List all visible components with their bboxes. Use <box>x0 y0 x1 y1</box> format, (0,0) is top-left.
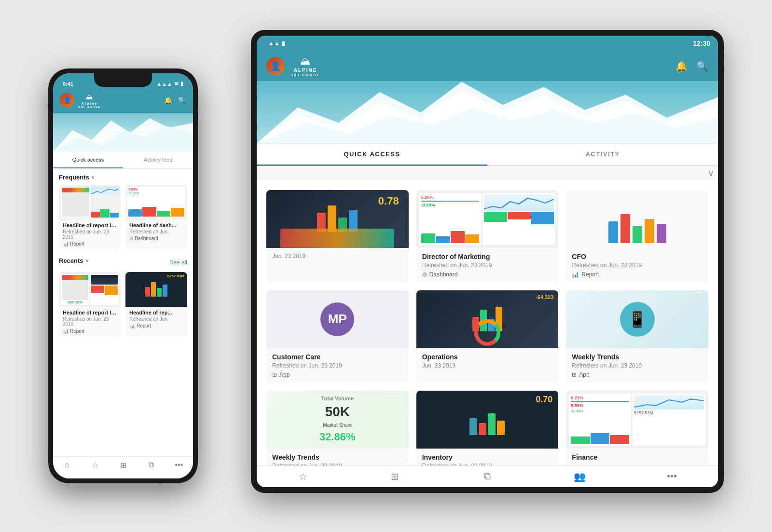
table-row[interactable]: 📱 Weekly Trends Refreshed on Jun. 23 201… <box>566 290 708 383</box>
phone-notification-icon[interactable]: 🔔 <box>164 96 172 104</box>
tablet-nav-users[interactable]: 👥 <box>534 471 626 482</box>
tablet-nav-dashboards[interactable]: ⊞ <box>349 471 441 482</box>
phone-card-thumbnail: 5.85% -0.99% <box>125 185 187 219</box>
app-icon: ⊞ <box>272 371 277 378</box>
report-icon: 📊 <box>129 323 135 328</box>
list-item[interactable]: 5.85% -0.99% <box>125 185 187 249</box>
phone-card-info: Headline of report long ano... Refreshed… <box>59 307 121 337</box>
recents-label: Recents <box>59 257 83 264</box>
card-type-label: App <box>279 371 290 378</box>
card-thumbnail: 📱 <box>566 290 708 348</box>
phone-time: 9:41 <box>63 81 73 87</box>
tablet-mountain-svg <box>257 81 718 144</box>
stat-pct: 32.86% <box>319 431 356 443</box>
card-date: Refreshed on Jun. 23 2019 <box>572 362 703 369</box>
tablet-content: 0.78 Jun. 23 2019 <box>257 180 718 465</box>
phone-logo-name: Alpine <box>82 101 97 106</box>
phone-card-date: Refreshed on Jun. <box>129 316 183 322</box>
phone-card-date: Refreshed on Jun. <box>129 229 183 234</box>
phone-card-type: 📊 Report <box>63 328 117 334</box>
phone-signal-icon: ▲▲▲ <box>156 81 172 87</box>
phone-search-icon[interactable]: 🔍 <box>178 96 186 104</box>
phone-card-type: 📊 Report <box>63 241 117 246</box>
tablet-nav-more[interactable]: ••• <box>626 471 718 482</box>
table-row[interactable]: MP Customer Care Refreshed on Jun. 23 20… <box>266 290 409 383</box>
tablet-tabs: QUICK ACCESS ACTIVITY <box>257 144 718 166</box>
table-row[interactable]: 5.85% -0.99% <box>416 190 559 283</box>
card-info: CFO Refreshed on Jun. 23 2019 📊 Report <box>566 248 708 283</box>
card-date: Refreshed on Jun. 23 2019 <box>272 362 403 369</box>
tablet-logo-sub: SKI HOUSE <box>290 73 320 77</box>
phone-header-right: 🔔 🔍 <box>164 96 186 104</box>
phone-device: 9:41 ▲▲▲ ≋ ▮ 👤 ⛰ Alpine SKI HOUSE <box>48 68 198 483</box>
phone-icon: 📱 <box>620 302 655 337</box>
phone-card-title: Headline of dash... <box>129 222 183 228</box>
phone-nav-dashboards[interactable]: ⊞ <box>109 461 137 470</box>
card-thumbnail: 0.78 <box>266 190 409 248</box>
phone-recents-title: Recents ∨ <box>59 257 89 264</box>
phone-see-all-link[interactable]: See all <box>169 259 187 266</box>
card-info: Inventory Refreshed on Jun. 23 2019 📊 Re… <box>416 449 559 465</box>
report-icon: 📊 <box>63 241 69 246</box>
phone-tabs: Quick access Activity feed <box>53 152 193 169</box>
card-info: Operations Jun. 23 2019 <box>416 348 559 376</box>
tablet-nav-favorites[interactable]: ☆ <box>257 471 349 482</box>
tablet-tab-quick-access[interactable]: QUICK ACCESS <box>257 144 487 166</box>
phone-tab-activity[interactable]: Activity feed <box>123 152 193 168</box>
dashboard-icon: ⊙ <box>129 236 133 241</box>
phone-card-type: ⊙ Dashboard <box>129 236 183 241</box>
phone-card-title: Headline of rep... <box>129 310 183 315</box>
table-row[interactable]: -64,323 Operations Jun. 23 2019 <box>416 290 559 383</box>
card-title: Operations <box>422 353 553 361</box>
phone-card-thumbnail <box>59 185 121 219</box>
phone-card-type-label: Report <box>70 328 84 334</box>
tablet-avatar[interactable]: 👤 <box>266 57 285 75</box>
phone-nav-home[interactable]: ⌂ <box>53 461 81 470</box>
frequents-label: Frequents <box>59 174 89 181</box>
card-thumbnail: 0.70 <box>416 391 559 449</box>
card-info: Jun. 23 2019 <box>266 248 409 267</box>
table-row[interactable]: CFO Refreshed on Jun. 23 2019 📊 Report <box>566 190 708 283</box>
scroll-chevron[interactable]: ∨ <box>257 166 718 180</box>
tablet-battery-icon: ▮ <box>282 40 285 47</box>
phone-avatar[interactable]: 👤 <box>60 93 74 108</box>
card-info: Director of Marketing Refreshed on Jun. … <box>416 248 559 283</box>
tablet-header: 👤 ⛰ ALPINE SKI HOUSE 🔔 🔍 <box>257 51 718 81</box>
report-icon: 📊 <box>572 271 579 278</box>
table-row[interactable]: Total Volume 50K Market Share 32.86% Wee… <box>266 391 409 465</box>
tablet-tab-activity[interactable]: ACTIVITY <box>487 144 718 165</box>
tablet-signal-icon: ▲▲ <box>268 40 280 47</box>
card-thumbnail: Total Volume 50K Market Share 32.86% <box>266 391 409 449</box>
phone-frequents-title: Frequents ∨ <box>59 174 187 181</box>
list-item[interactable]: $257.53M Headline of rep... Refreshed on… <box>125 272 187 337</box>
list-item[interactable]: $357.53M <box>59 272 121 337</box>
tablet-screen: ▲▲ ▮ 12:30 👤 ⛰ ALPINE SKI HOUSE <box>257 36 718 487</box>
phone-frequents-grid: Headline of report long ano... Refreshed… <box>59 185 187 249</box>
tablet-search-icon[interactable]: 🔍 <box>696 60 708 72</box>
phone-tab-quick-access[interactable]: Quick access <box>53 152 123 168</box>
tablet-notification-icon[interactable]: 🔔 <box>676 60 688 72</box>
card-info: Finance <box>566 449 708 465</box>
list-item[interactable]: Headline of report long ano... Refreshed… <box>59 185 121 249</box>
phone-card-type-label: Dashboard <box>135 236 158 241</box>
table-row[interactable]: 0.78 Jun. 23 2019 <box>266 190 409 283</box>
tablet-nav-reports[interactable]: ⧉ <box>441 471 533 482</box>
phone-card-type: 📊 Report <box>129 323 183 328</box>
card-thumbnail: -64,323 <box>416 290 559 348</box>
table-row[interactable]: 0.70 Inventory Refres <box>416 391 559 465</box>
table-row[interactable]: 0.21% 5.85% -0.99% <box>566 391 708 465</box>
tablet-mountain-banner <box>257 81 718 144</box>
phone-nav-favorites[interactable]: ☆ <box>81 461 109 470</box>
card-thumbnail: MP <box>266 290 409 348</box>
phone-screen: 9:41 ▲▲▲ ≋ ▮ 👤 ⛰ Alpine SKI HOUSE <box>53 73 193 478</box>
phone-nav-reports[interactable]: ⧉ <box>137 461 165 470</box>
phone-nav-more[interactable]: ••• <box>165 461 193 470</box>
phone-card-title: Headline of report long ano... <box>63 222 117 228</box>
app-icon: ⊞ <box>572 371 577 378</box>
phone-card-thumbnail: $357.53M <box>59 272 121 307</box>
card-info: Customer Care Refreshed on Jun. 23 2019 … <box>266 348 409 383</box>
phone-card-date: Refreshed on Jun. 23 2019 <box>63 316 117 327</box>
card-type-label: Dashboard <box>429 271 458 278</box>
tablet-logo-name: ALPINE <box>294 68 317 73</box>
tablet-time: 12:30 <box>693 40 710 47</box>
